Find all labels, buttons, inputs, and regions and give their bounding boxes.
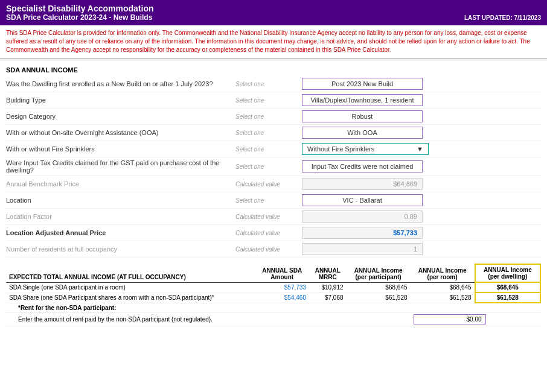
row-single-sda: $57,733	[255, 282, 309, 292]
income-table: EXPECTED TOTAL ANNUAL INCOME (AT FULL OC…	[6, 264, 541, 326]
input-tax-dropdown[interactable]: Input Tax Credits were not claimed	[302, 160, 423, 172]
building-type-label: Building Type	[6, 96, 235, 104]
row-share-per-dwelling: $61,528	[475, 292, 540, 303]
new-build-row: Was the Dwelling first enrolled as a New…	[6, 76, 541, 92]
rent-input-field[interactable]	[414, 314, 486, 324]
row-share-per-room: $61,528	[411, 292, 475, 303]
ooa-hint: Select one	[235, 130, 302, 136]
dropdown-arrow-icon: ▼	[417, 145, 423, 153]
row-single-per-room: $68,645	[411, 282, 475, 292]
ooa-dropdown[interactable]: With OOA	[302, 127, 423, 139]
annual-benchmark-hint: Calculated value	[235, 181, 302, 188]
row-single-label: SDA Single (one SDA participant in a roo…	[6, 282, 255, 292]
location-adjusted-value	[302, 227, 541, 239]
annual-benchmark-row: Annual Benchmark Price Calculated value	[6, 176, 541, 192]
fire-sprinklers-input[interactable]: Without Fire Sprinklers ▼	[302, 143, 541, 155]
design-category-input[interactable]: Robust	[302, 110, 541, 122]
table-header-description: EXPECTED TOTAL ANNUAL INCOME (AT FULL OC…	[6, 264, 255, 282]
table-row-rent-label: *Rent for the non-SDA participant:	[6, 303, 540, 313]
table-header-sda: ANNUAL SDAAmount	[255, 264, 309, 282]
input-tax-input[interactable]: Input Tax Credits were not claimed	[302, 160, 541, 172]
location-factor-label: Location Factor	[6, 213, 235, 220]
residents-row: Number of residents at full occupancy Ca…	[6, 241, 541, 258]
table-row-single: SDA Single (one SDA participant in a roo…	[6, 282, 540, 292]
table-row-rent-input: Enter the amount of rent paid by the non…	[6, 313, 540, 326]
disclaimer: This SDA Price Calculator is provided fo…	[0, 25, 547, 58]
annual-benchmark-field	[302, 178, 423, 190]
rent-sublabel-cell: Enter the amount of rent paid by the non…	[6, 313, 411, 326]
annual-benchmark-label: Annual Benchmark Price	[6, 180, 235, 188]
new-build-label: Was the Dwelling first enrolled as a New…	[6, 80, 235, 87]
design-category-dropdown[interactable]: Robust	[302, 110, 423, 122]
table-header-per-dwelling: ANNUAL Income(per dwelling)	[475, 264, 540, 282]
annual-benchmark-value	[302, 178, 541, 190]
fire-sprinklers-label: With or without Fire Sprinklers	[6, 145, 235, 153]
table-row-share: SDA Share (one SDA Participant shares a …	[6, 292, 540, 303]
row-share-mrrc: $7,068	[309, 292, 347, 303]
rent-input-cell[interactable]	[411, 313, 540, 326]
new-build-dropdown[interactable]: Post 2023 New Build	[302, 78, 423, 90]
building-type-hint: Select one	[235, 97, 302, 104]
ooa-row: With or without On-site Overnight Assist…	[6, 125, 541, 141]
residents-field	[302, 243, 423, 255]
new-build-hint: Select one	[235, 81, 302, 87]
residents-value	[302, 243, 541, 255]
design-category-label: Design Category	[6, 113, 235, 120]
location-adjusted-label: Location Adjusted Annual Price	[6, 229, 235, 236]
input-tax-hint: Select one	[235, 163, 302, 170]
design-category-hint: Select one	[235, 113, 302, 120]
residents-label: Number of residents at full occupancy	[6, 245, 235, 253]
design-category-row: Design Category Select one Robust	[6, 109, 541, 125]
row-share-sda: $54,460	[255, 292, 309, 303]
header: Specialist Disability Accommodation SDA …	[0, 0, 547, 25]
building-type-input[interactable]: Villa/Duplex/Townhouse, 1 resident	[302, 94, 541, 106]
location-factor-hint: Calculated value	[235, 213, 302, 220]
app-title: Specialist Disability Accommodation	[6, 4, 541, 13]
rent-label-cell: *Rent for the non-SDA participant:	[6, 303, 540, 313]
residents-hint: Calculated value	[235, 246, 302, 253]
location-adjusted-row: Location Adjusted Annual Price Calculate…	[6, 225, 541, 241]
section-title: SDA ANNUAL INCOME	[0, 62, 547, 76]
location-hint: Select one	[235, 197, 302, 204]
row-single-per-dwelling: $68,645	[475, 282, 540, 292]
row-share-per-participant: $61,528	[347, 292, 411, 303]
location-adjusted-field	[302, 227, 423, 239]
table-header-per-room: ANNUAL Income(per room)	[411, 264, 475, 282]
location-adjusted-hint: Calculated value	[235, 230, 302, 236]
fire-sprinklers-dropdown[interactable]: Without Fire Sprinklers ▼	[302, 143, 429, 155]
new-build-input[interactable]: Post 2023 New Build	[302, 78, 541, 90]
building-type-dropdown[interactable]: Villa/Duplex/Townhouse, 1 resident	[302, 94, 423, 106]
table-header-per-participant: ANNUAL Income(per participant)	[347, 264, 411, 282]
table-header-mrrc: ANNUALMRRC	[309, 264, 347, 282]
location-factor-row: Location Factor Calculated value	[6, 209, 541, 225]
building-type-row: Building Type Select one Villa/Duplex/To…	[6, 92, 541, 109]
input-tax-row: Were Input Tax Credits claimed for the G…	[6, 157, 541, 176]
ooa-label: With or without On-site Overnight Assist…	[6, 129, 235, 136]
last-updated: LAST UPDATED: 7/11/2023	[464, 14, 541, 21]
location-label: Location	[6, 197, 235, 204]
location-factor-field	[302, 210, 423, 223]
row-single-per-participant: $68,645	[347, 282, 411, 292]
location-row: Location Select one VIC - Ballarat	[6, 192, 541, 209]
location-input[interactable]: VIC - Ballarat	[302, 194, 541, 206]
row-share-label: SDA Share (one SDA Participant shares a …	[6, 292, 255, 303]
row-single-mrrc: $10,912	[309, 282, 347, 292]
ooa-input[interactable]: With OOA	[302, 127, 541, 139]
location-factor-value	[302, 210, 541, 223]
app-subtitle: SDA Price Calculator 2023-24 - New Build…	[6, 13, 541, 22]
location-dropdown[interactable]: VIC - Ballarat	[302, 194, 423, 206]
input-tax-label: Were Input Tax Credits claimed for the G…	[6, 159, 235, 174]
fire-sprinklers-hint: Select one	[235, 146, 302, 153]
fire-sprinklers-row: With or without Fire Sprinklers Select o…	[6, 141, 541, 157]
